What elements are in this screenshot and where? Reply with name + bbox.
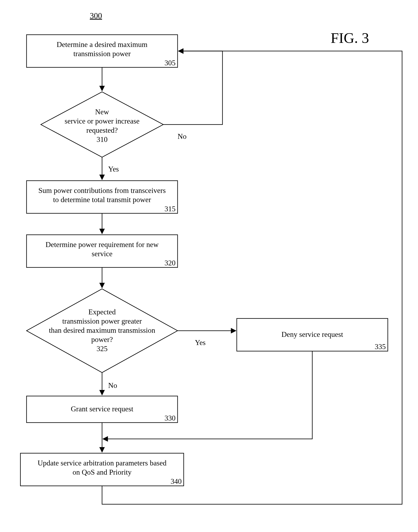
node-335-line1: Deny service request [281, 330, 343, 339]
node-330-ref: 330 [164, 414, 175, 422]
node-310-line1: New [95, 108, 109, 116]
figure-number: 300 [90, 11, 102, 20]
node-315: Sum power contributions from transceiver… [26, 181, 178, 213]
node-320: Determine power requirement for new serv… [26, 235, 178, 267]
node-325-line4: power? [91, 335, 113, 343]
node-310: New service or power increase requested?… [41, 92, 163, 157]
node-305-line2: transmission power [73, 50, 131, 58]
edge-310-yes-label: Yes [108, 165, 119, 173]
node-330-line1: Grant service request [71, 405, 133, 413]
node-340: Update service arbitration parameters ba… [20, 453, 184, 486]
node-315-ref: 315 [164, 205, 175, 213]
node-340-line2: on QoS and Priority [72, 468, 131, 476]
edge-335-to-join [103, 351, 312, 439]
node-325-ref: 325 [96, 345, 108, 353]
node-325-line2: transmission power greater [62, 317, 142, 325]
node-325-line1: Expected [88, 308, 116, 316]
node-305-ref: 305 [164, 59, 175, 67]
node-320-ref: 320 [164, 259, 175, 267]
node-305-line1: Determine a desired maximum [57, 40, 148, 48]
node-340-line1: Update service arbitration parameters ba… [37, 459, 167, 467]
flowchart-canvas: 300 FIG. 3 Determine a desired maximum t… [0, 0, 418, 532]
node-315-line2: to determine total transmit power [53, 196, 151, 204]
node-320-line2: service [92, 250, 113, 258]
edge-325-no-label: No [108, 381, 117, 390]
edge-325-yes-label: Yes [195, 339, 206, 347]
node-330: Grant service request 330 [26, 396, 178, 423]
node-310-ref: 310 [96, 135, 108, 143]
node-325: Expected transmission power greater than… [26, 289, 178, 373]
node-305: Determine a desired maximum transmission… [26, 35, 178, 67]
node-335-ref: 335 [375, 343, 386, 351]
node-310-line2: service or power increase [65, 117, 139, 125]
edge-310-no-label: No [178, 132, 186, 141]
node-315-line1: Sum power contributions from transceiver… [38, 186, 166, 195]
node-320-line1: Determine power requirement for new [46, 240, 159, 249]
node-310-line3: requested? [86, 126, 118, 134]
node-340-ref: 340 [171, 477, 182, 485]
figure-title: FIG. 3 [331, 30, 369, 46]
node-335: Deny service request 335 [237, 319, 388, 351]
node-325-line3: than desired maximum transmission [49, 326, 155, 334]
